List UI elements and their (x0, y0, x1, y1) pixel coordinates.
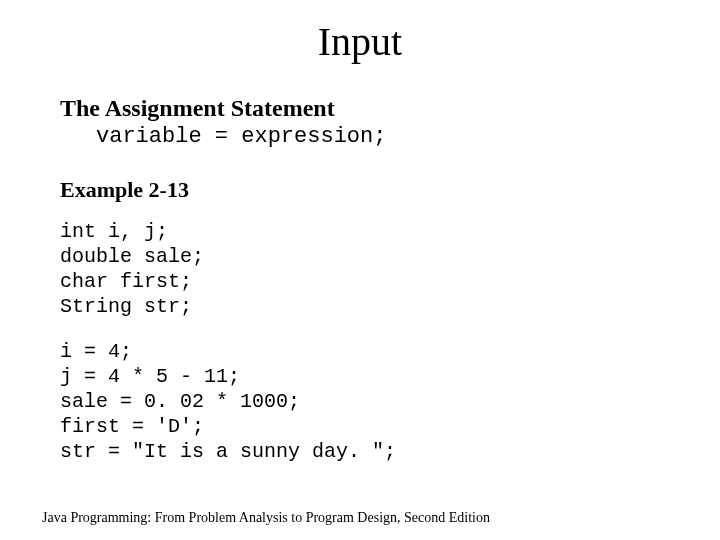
code-assignments: i = 4; j = 4 * 5 - 11; sale = 0. 02 * 10… (60, 339, 660, 464)
syntax-line: variable = expression; (96, 124, 660, 149)
code-declarations: int i, j; double sale; char first; Strin… (60, 219, 660, 319)
slide-title: Input (60, 18, 660, 65)
footer-text: Java Programming: From Problem Analysis … (42, 510, 490, 526)
section-heading: The Assignment Statement (60, 95, 660, 122)
example-label: Example 2-13 (60, 177, 660, 203)
